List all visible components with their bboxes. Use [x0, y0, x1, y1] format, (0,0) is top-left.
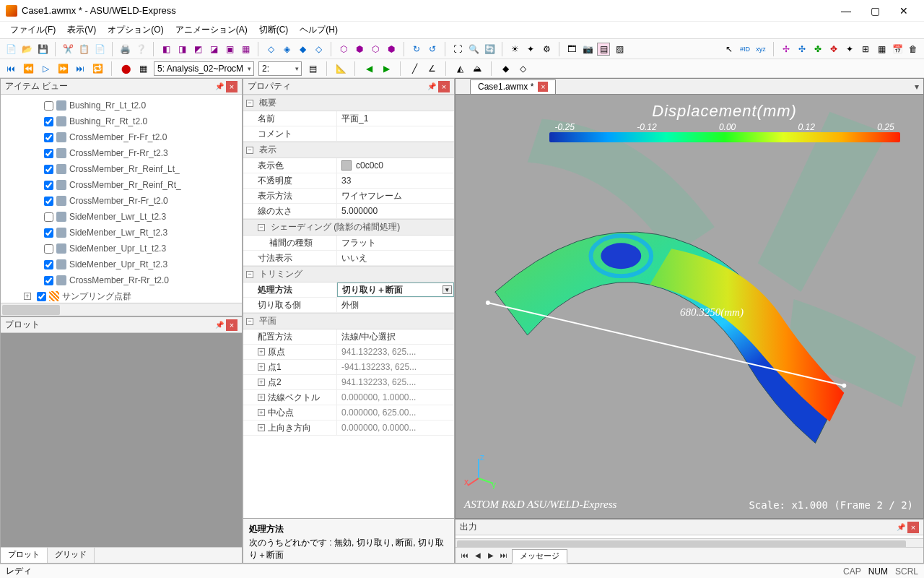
hatch-icon[interactable]: ▨	[613, 43, 626, 56]
wire7-icon[interactable]: ⬡	[369, 43, 382, 56]
tree-item[interactable]: CrossMember_Rr_Reinf_Lt_	[2, 161, 240, 177]
tree-hscroll[interactable]	[1, 303, 242, 316]
tree-checkbox[interactable]	[44, 276, 53, 285]
pin-icon[interactable]: 📌	[896, 522, 906, 532]
extra1-icon[interactable]: ◆	[499, 62, 512, 75]
pin-icon[interactable]: 📌	[214, 82, 225, 92]
tree-item[interactable]: SideMenber_Lwr_Rt_t2.3	[2, 225, 240, 241]
next-msg-icon[interactable]: ▶	[486, 551, 496, 559]
section-shading[interactable]: シェーディング (陰影の補間処理)	[271, 221, 400, 233]
last-frame-icon[interactable]: ⏭	[74, 62, 87, 75]
tree-checkbox[interactable]	[44, 260, 53, 269]
angle-tool-icon[interactable]: ∠	[425, 62, 438, 75]
tree-item[interactable]: CrossMember_Rr-Fr_t2.0	[2, 193, 240, 209]
property-grid[interactable]: −概要 名前平面_1 コメント −表示 表示色c0c0c0 不透明度33 表示方…	[243, 95, 454, 518]
cube6-icon[interactable]: ▦	[239, 43, 252, 56]
extra2-icon[interactable]: ◇	[516, 62, 529, 75]
plot-canvas[interactable]	[1, 333, 242, 547]
redo-icon[interactable]: ↻	[410, 43, 423, 56]
prev-msg-icon[interactable]: ◀	[473, 551, 483, 559]
line-tool-icon[interactable]: ╱	[408, 62, 421, 75]
section-plane[interactable]: 平面	[259, 315, 276, 327]
prop-layout-val[interactable]: 法線/中心選択	[337, 329, 454, 344]
tree-checkbox[interactable]	[37, 292, 46, 301]
tree-item[interactable]: CrossMember_Fr-Rr_t2.3	[2, 145, 240, 161]
tree-item[interactable]: SideMenber_Upr_Lt_t2.3	[2, 241, 240, 256]
cut-icon[interactable]: ✂️	[61, 43, 74, 56]
close-button[interactable]: ✕	[889, 1, 918, 21]
node4-icon[interactable]: ✥	[827, 43, 840, 56]
prop-procmethod-val[interactable]: 切り取り＋断面▾	[337, 282, 454, 297]
bin-icon[interactable]: 🗑	[907, 43, 920, 56]
close-panel-icon[interactable]: ×	[226, 81, 237, 92]
first-msg-icon[interactable]: ⏮	[460, 551, 470, 559]
chevron-down-icon[interactable]: ▾	[443, 285, 452, 294]
item-tree[interactable]: Bushing_Rr_Lt_t2.0Bushing_Rr_Rt_t2.0Cros…	[1, 95, 242, 303]
open-icon[interactable]: 📂	[20, 43, 33, 56]
tab-plot[interactable]: プロット	[1, 547, 48, 563]
frames-icon[interactable]: ▦	[136, 62, 149, 75]
tree-checkbox[interactable]	[44, 212, 53, 222]
close-panel-icon[interactable]: ×	[438, 81, 450, 92]
cube5-icon[interactable]: ▣	[223, 43, 236, 56]
section-overview[interactable]: 概要	[259, 97, 276, 109]
first-frame-icon[interactable]: ⏮	[4, 62, 17, 75]
prop-intkind-val[interactable]: フラット	[337, 236, 454, 250]
cube3-icon[interactable]: ◩	[191, 43, 204, 56]
prop-color-val[interactable]: c0c0c0	[337, 158, 454, 173]
cube2-icon[interactable]: ◨	[175, 43, 188, 56]
wire5-icon[interactable]: ⬡	[337, 43, 350, 56]
record-icon[interactable]: ⬤	[119, 62, 132, 75]
minimize-button[interactable]: —	[832, 1, 860, 21]
menu-option[interactable]: オプション(O)	[103, 22, 167, 38]
menu-cut[interactable]: 切断(C)	[255, 22, 293, 38]
node3-icon[interactable]: ✤	[811, 43, 824, 56]
prop-comment-val[interactable]	[337, 126, 454, 141]
analysis-select[interactable]: 5: Analysis_02~ProcM	[154, 61, 254, 76]
close-doc-icon[interactable]: ×	[538, 82, 548, 92]
tree-item[interactable]: Bushing_Rr_Lt_t2.0	[2, 98, 240, 113]
fit-icon[interactable]: ⛶	[451, 43, 464, 56]
output-body[interactable]	[456, 535, 923, 547]
step-select[interactable]: 2:	[258, 61, 302, 76]
tree-item[interactable]: CrossMember_Rr_Reinf_Rt_	[2, 177, 240, 193]
prop-name-val[interactable]: 平面_1	[337, 111, 454, 126]
prop-p2-val[interactable]: 941.132233, 625....	[337, 375, 454, 389]
measure-a-icon[interactable]: 📐	[334, 62, 347, 75]
tool-b-icon[interactable]: ✦	[524, 43, 537, 56]
menu-view[interactable]: 表示(V)	[63, 22, 100, 38]
tree-checkbox[interactable]	[44, 133, 53, 142]
tree-checkbox[interactable]	[44, 149, 53, 158]
node1-icon[interactable]: ✢	[780, 43, 793, 56]
tool-a-icon[interactable]: ☀	[508, 43, 521, 56]
wire8-icon[interactable]: ⬢	[385, 43, 398, 56]
viewport-3d[interactable]: Case1.awmx * × ▾	[455, 78, 924, 519]
prop-opacity-val[interactable]: 33	[337, 173, 454, 188]
menu-file[interactable]: ファイル(F)	[6, 22, 60, 38]
help-icon[interactable]: ❔	[134, 43, 147, 56]
tree-item[interactable]: Bushing_Rr_Rt_t2.0	[2, 113, 240, 129]
mountain2-icon[interactable]: ⛰	[471, 62, 484, 75]
prop-center-val[interactable]: 0.000000, 625.00...	[337, 405, 454, 420]
tree-checkbox[interactable]	[44, 197, 53, 206]
copy-icon[interactable]: 📋	[77, 43, 90, 56]
tree-checkbox[interactable]	[44, 181, 53, 190]
pin-icon[interactable]: 📌	[214, 320, 225, 330]
cube4-icon[interactable]: ◪	[207, 43, 220, 56]
prop-cutside-val[interactable]: 外側	[337, 298, 454, 312]
wire6-icon[interactable]: ⬢	[353, 43, 366, 56]
wire1-icon[interactable]: ◇	[264, 43, 277, 56]
prev-frame-icon[interactable]: ⏪	[22, 62, 35, 75]
section-trimming[interactable]: トリミング	[259, 268, 302, 280]
tab-message[interactable]: メッセージ	[512, 549, 567, 564]
play-icon[interactable]: ▷	[39, 62, 52, 75]
expand-icon[interactable]: +	[24, 293, 31, 300]
calendar-icon[interactable]: 📅	[891, 43, 904, 56]
prop-dimshow-val[interactable]: いいえ	[337, 251, 454, 265]
tree-checkbox[interactable]	[44, 165, 53, 174]
menu-help[interactable]: ヘルプ(H)	[295, 22, 342, 38]
prop-linew-val[interactable]: 5.000000	[337, 204, 454, 218]
prop-origin-val[interactable]: 941.132233, 625....	[337, 345, 454, 359]
close-panel-icon[interactable]: ×	[907, 522, 919, 533]
wire3-icon[interactable]: ◆	[296, 43, 309, 56]
